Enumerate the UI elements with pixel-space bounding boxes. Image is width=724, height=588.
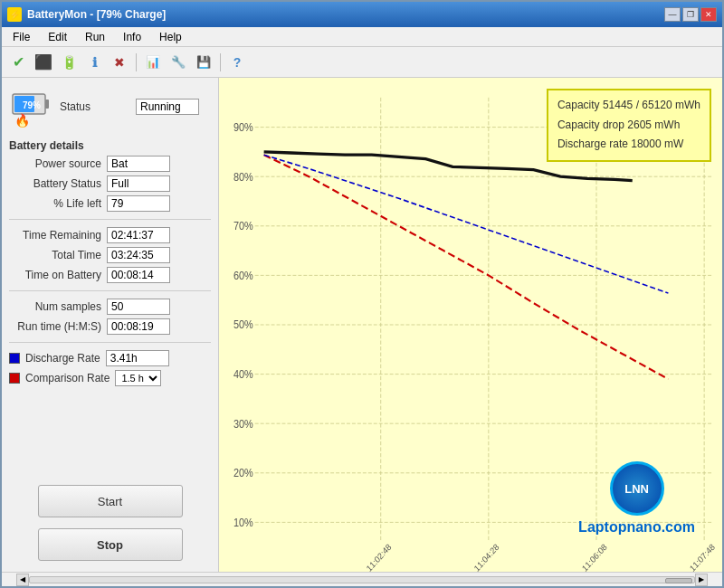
- info-toolbar-btn[interactable]: ℹ: [83, 52, 105, 73]
- menubar: File Edit Run Info Help: [2, 27, 722, 47]
- svg-text:79%: 79%: [23, 100, 41, 110]
- power-source-row: Power source Bat: [9, 156, 211, 172]
- stop-button[interactable]: Stop: [38, 528, 183, 561]
- svg-text:80%: 80%: [233, 171, 253, 183]
- watermark: LNN Laptopnano.com: [578, 461, 695, 536]
- total-time-row: Total Time 03:24:35: [9, 247, 211, 263]
- time-on-battery-row: Time on Battery 00:08:14: [9, 267, 211, 283]
- runtime-label: Run time (H:M:S): [16, 320, 107, 333]
- battery-status-label: Battery Status: [16, 177, 107, 190]
- time-remaining-value: 02:41:37: [107, 227, 170, 243]
- toolbar-separator: [136, 53, 137, 71]
- restore-button[interactable]: ❐: [682, 7, 699, 22]
- left-panel: 79% 🔥 Status Running Battery details Pow…: [2, 78, 219, 572]
- total-time-label: Total Time: [16, 249, 107, 261]
- app-icon: ⚡: [7, 7, 22, 22]
- num-samples-row: Num samples 50: [9, 299, 211, 315]
- help-toolbar-btn[interactable]: ?: [226, 52, 248, 73]
- menu-file[interactable]: File: [5, 29, 37, 45]
- stop-toolbar-btn[interactable]: ⬛: [33, 52, 54, 73]
- main-window: ⚡ BatteryMon - [79% Charge] — ❐ ✕ File E…: [0, 0, 724, 588]
- time-on-battery-value: 00:08:14: [107, 267, 170, 283]
- chart-discharge-rate-info: Discharge rate 18000 mW: [557, 135, 700, 155]
- total-time-value: 03:24:35: [107, 247, 170, 263]
- settings-toolbar-btn[interactable]: 🔧: [167, 52, 189, 73]
- scroll-thumb[interactable]: [665, 578, 692, 583]
- status-row: Status Running: [60, 99, 199, 115]
- window-title: BatteryMon - [79% Charge]: [27, 8, 166, 21]
- menu-info[interactable]: Info: [116, 29, 148, 45]
- svg-rect-1: [45, 100, 49, 109]
- life-left-label: % Life left: [16, 197, 107, 210]
- comparison-label: Comparison Rate: [25, 372, 110, 384]
- comparison-rate-row: Comparison Rate 1.5 h 2 h 3 h 4 h: [9, 370, 211, 386]
- ok-toolbar-btn[interactable]: ✔: [7, 52, 29, 73]
- battery-status-value: Full: [107, 175, 170, 192]
- battery-toolbar-btn[interactable]: 🔋: [58, 52, 80, 73]
- comparison-select[interactable]: 1.5 h 2 h 3 h 4 h: [115, 370, 161, 386]
- close-button[interactable]: ✕: [700, 7, 717, 22]
- chart-capacity-drop-info: Capacity drop 2605 mWh: [557, 116, 700, 136]
- main-content: 79% 🔥 Status Running Battery details Pow…: [2, 78, 722, 572]
- divider-2: [9, 290, 211, 291]
- time-remaining-row: Time Remaining 02:41:37: [9, 227, 211, 243]
- svg-text:50%: 50%: [233, 319, 253, 331]
- scroll-right-arrow[interactable]: ▶: [695, 574, 708, 586]
- life-left-row: % Life left 79: [9, 195, 211, 212]
- chart-toolbar-btn[interactable]: 📊: [142, 52, 164, 73]
- status-area: Status Running: [60, 99, 199, 115]
- delete-toolbar-btn[interactable]: ✖: [109, 52, 130, 73]
- titlebar-left: ⚡ BatteryMon - [79% Charge]: [7, 7, 166, 22]
- scroll-left-arrow[interactable]: ◀: [16, 574, 29, 586]
- battery-status-row: Battery Status Full: [9, 175, 211, 192]
- svg-text:40%: 40%: [233, 369, 253, 381]
- svg-text:60%: 60%: [233, 270, 253, 281]
- toolbar-separator-2: [220, 53, 221, 71]
- discharge-color-box: [9, 353, 20, 364]
- time-on-battery-label: Time on Battery: [16, 269, 107, 281]
- divider-1: [9, 219, 211, 220]
- export-toolbar-btn[interactable]: 💾: [193, 52, 214, 73]
- power-source-value: Bat: [107, 156, 170, 172]
- menu-help[interactable]: Help: [152, 29, 189, 45]
- svg-text:70%: 70%: [233, 221, 253, 232]
- titlebar-controls: — ❐ ✕: [664, 7, 717, 22]
- chart-capacity-info: Capacity 51445 / 65120 mWh: [557, 96, 700, 116]
- svg-text:30%: 30%: [233, 418, 253, 430]
- scrollbar-area: ◀ ▶: [2, 572, 722, 586]
- battery-icon-area: 79% 🔥 Status Running: [9, 85, 211, 128]
- time-remaining-label: Time Remaining: [16, 229, 107, 242]
- watermark-blue-text: .com: [662, 519, 695, 535]
- discharge-value: 3.41h: [106, 350, 169, 366]
- life-left-value: 79: [107, 195, 170, 212]
- watermark-black-text: Laptopnano: [578, 519, 662, 535]
- runtime-value: 00:08:19: [107, 318, 170, 335]
- watermark-logo: LNN: [610, 461, 664, 516]
- watermark-text: Laptopnano.com: [578, 519, 695, 536]
- comparison-color-box: [9, 373, 20, 384]
- svg-text:90%: 90%: [233, 122, 253, 134]
- discharge-label: Discharge Rate: [25, 352, 100, 365]
- divider-3: [9, 342, 211, 343]
- power-source-label: Power source: [16, 157, 107, 170]
- battery-details-label: Battery details: [9, 139, 211, 152]
- battery-graphic: 79% 🔥: [9, 85, 52, 128]
- minimize-button[interactable]: —: [664, 7, 681, 22]
- menu-run[interactable]: Run: [78, 29, 112, 45]
- scroll-track[interactable]: [29, 576, 695, 583]
- chart-info-box: Capacity 51445 / 65120 mWh Capacity drop…: [547, 89, 711, 162]
- toolbar: ✔ ⬛ 🔋 ℹ ✖ 📊 🔧 💾 ?: [2, 47, 722, 78]
- num-samples-label: Num samples: [16, 300, 107, 313]
- status-field-value: Running: [136, 99, 199, 115]
- svg-text:10%: 10%: [233, 517, 253, 528]
- svg-text:20%: 20%: [233, 468, 253, 479]
- svg-text:🔥: 🔥: [14, 113, 31, 128]
- runtime-row: Run time (H:M:S) 00:08:19: [9, 318, 211, 335]
- titlebar: ⚡ BatteryMon - [79% Charge] — ❐ ✕: [2, 2, 722, 27]
- start-button[interactable]: Start: [38, 485, 183, 517]
- discharge-rate-row: Discharge Rate 3.41h: [9, 350, 211, 366]
- num-samples-value: 50: [107, 299, 170, 315]
- watermark-logo-text: LNN: [624, 482, 649, 496]
- menu-edit[interactable]: Edit: [41, 29, 74, 45]
- status-field-label: Status: [60, 100, 132, 113]
